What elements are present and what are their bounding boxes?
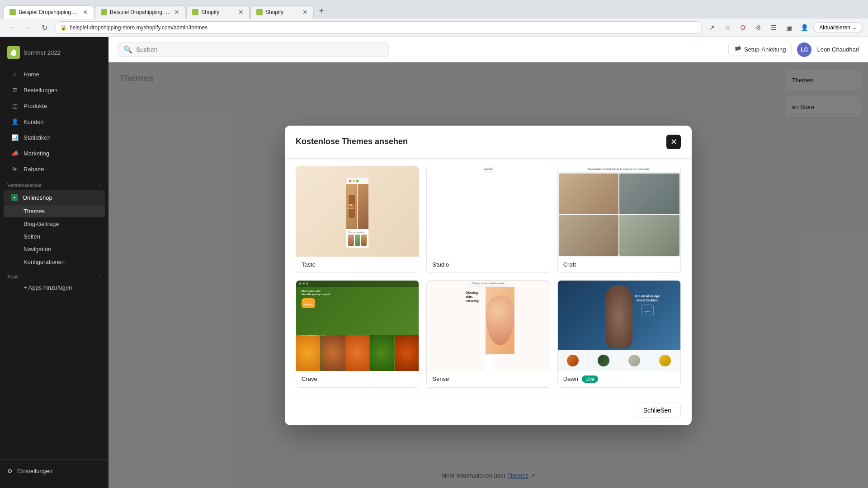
share-icon[interactable]: ↗ xyxy=(706,21,718,34)
studio-preview: goodio Discover our colour selection fro… xyxy=(427,166,549,257)
modal-title: Kostenlose Themes ansehen xyxy=(296,137,408,146)
sidebar-item-marketing[interactable]: 📣 Marketing xyxy=(4,145,105,161)
header-search[interactable]: 🔍 xyxy=(118,42,389,57)
tab-favicon-1 xyxy=(9,9,16,15)
crave-name: Crave xyxy=(302,375,317,382)
modal-body: Take a sip Meet our bestsellers xyxy=(285,159,692,395)
sidebar-settings[interactable]: ⚙ Einstellungen xyxy=(7,465,101,477)
tab-close-4[interactable]: ✕ xyxy=(302,9,308,16)
theme-card-crave[interactable]: Meet your newfavorite pantry staple! DOS… xyxy=(296,280,419,388)
tab-title-3: Shopify xyxy=(201,9,236,15)
sidebar-item-onlineshop[interactable]: ● Onlineshop xyxy=(4,190,105,205)
theme-card-studio[interactable]: goodio Discover our colour selection fro… xyxy=(426,166,550,273)
onlineshop-icon: ● xyxy=(11,194,18,201)
sidebar-toggle-icon[interactable]: ▣ xyxy=(783,21,795,34)
sidebar-footer: ⚙ Einstellungen xyxy=(0,459,108,483)
user-avatar[interactable]: LC xyxy=(797,42,811,57)
store-name: Sommer 2022 xyxy=(24,49,61,56)
sidebar-item-analytics[interactable]: 📊 Statistiken xyxy=(4,130,105,145)
theme-grid: Take a sip Meet our bestsellers xyxy=(296,166,681,388)
sidebar-discounts-label: Rabatte xyxy=(24,166,44,173)
tab-close-3[interactable]: ✕ xyxy=(238,9,244,16)
sidebar-sub-navigation[interactable]: Navigation xyxy=(4,243,105,255)
sidebar-item-orders[interactable]: ☰ Bestellungen xyxy=(4,82,105,98)
sidebar-item-discounts[interactable]: % Rabatte xyxy=(4,161,105,177)
browser-tab-1[interactable]: Beispiel Dropshipping Store · 1 ✕ xyxy=(4,5,94,19)
sales-channels-section: Vertriebskanäle › xyxy=(0,177,108,190)
dawn-preview: Industrial designmeets fashion. Explore xyxy=(558,281,680,371)
sidebar-item-customers[interactable]: 👤 Kunden xyxy=(4,114,105,129)
reload-button[interactable]: ↻ xyxy=(38,21,51,34)
settings-gear-icon: ⚙ xyxy=(7,468,13,474)
page-content: Themes Themes en Store K xyxy=(108,62,868,488)
setup-button[interactable]: 🏴 Setup-Anleitung xyxy=(728,43,792,56)
browser-tab-4[interactable]: Shopify ✕ xyxy=(250,5,314,19)
theme-card-dawn[interactable]: Industrial designmeets fashion. Explore xyxy=(557,280,681,388)
navigation-label: Navigation xyxy=(24,246,51,253)
sidebar-products-label: Produkte xyxy=(24,103,47,109)
browser-tab-3[interactable]: Shopify ✕ xyxy=(186,5,250,19)
modal-backdrop: Kostenlose Themes ansehen ✕ xyxy=(108,62,868,488)
config-label: Konfigurationen xyxy=(24,258,65,265)
sidebar-item-home[interactable]: ⌂ Home xyxy=(4,66,105,82)
sidebar-item-products[interactable]: ◫ Produkte xyxy=(4,98,105,113)
update-button[interactable]: Aktualisieren ⌄ xyxy=(813,22,863,33)
sidebar-home-label: Home xyxy=(24,71,39,78)
themes-label: Themes xyxy=(24,208,45,215)
app-header: 🔍 🏴 Setup-Anleitung LC Leon Chaudhari xyxy=(108,37,868,62)
profile-icon[interactable]: 👤 xyxy=(798,21,811,34)
address-text: beispiel-dropshipping-store.myshopify.co… xyxy=(70,24,208,31)
analytics-icon: 📊 xyxy=(11,133,19,141)
dawn-name: Dawn xyxy=(563,375,578,382)
sidebar-sub-themes[interactable]: Themes xyxy=(4,205,105,217)
tab-favicon-3 xyxy=(192,9,198,15)
opera-icon[interactable]: O xyxy=(736,21,749,34)
theme-card-craft[interactable]: Sustainably crafted goods to elevate you… xyxy=(557,166,681,273)
crave-info: Crave xyxy=(296,371,419,387)
modal-close-button[interactable]: ✕ xyxy=(666,135,681,149)
tab-close-2[interactable]: ✕ xyxy=(174,9,179,16)
modal-header: Kostenlose Themes ansehen ✕ xyxy=(285,126,692,159)
apps-label: Apps xyxy=(7,274,19,279)
back-button[interactable]: ← xyxy=(5,21,18,34)
sidebar: Sommer 2022 ⌂ Home ☰ Bestellungen ◫ Prod… xyxy=(0,37,108,488)
discounts-icon: % xyxy=(11,165,19,173)
sidebar-sub-blog[interactable]: Blog-Beiträge xyxy=(4,218,105,230)
forward-button[interactable]: → xyxy=(22,21,34,34)
home-icon: ⌂ xyxy=(11,70,19,78)
main-content: 🔍 🏴 Setup-Anleitung LC Leon Chaudhari xyxy=(108,37,868,488)
bookmark-icon[interactable]: ☆ xyxy=(721,21,734,34)
browser-toolbar-right: ↗ ☆ O ⚙ ☰ ▣ 👤 Aktualisieren ⌄ xyxy=(706,21,863,34)
search-input[interactable] xyxy=(136,46,383,53)
pages-label: Seiten xyxy=(24,233,40,240)
taste-preview: Take a sip Meet our bestsellers xyxy=(296,166,419,257)
sense-info: Sense xyxy=(427,371,549,387)
tab-close-1[interactable]: ✕ xyxy=(83,9,88,16)
new-tab-button[interactable]: + xyxy=(315,4,328,19)
close-modal-button[interactable]: Schließen xyxy=(634,403,681,418)
sidebar-sub-config[interactable]: Konfigurationen xyxy=(4,256,105,268)
blog-label: Blog-Beiträge xyxy=(24,221,59,227)
list-icon[interactable]: ☰ xyxy=(767,21,780,34)
theme-card-taste[interactable]: Take a sip Meet our bestsellers xyxy=(296,166,419,273)
browser-tab-2[interactable]: Beispiel Dropshipping Store ✕ xyxy=(95,5,185,19)
avatar-initials: LC xyxy=(801,47,808,53)
sidebar-add-apps[interactable]: + Apps hinzufügen xyxy=(4,282,105,294)
lock-icon: 🔒 xyxy=(60,24,67,31)
tab-title-4: Shopify xyxy=(265,9,300,15)
sidebar-orders-label: Bestellungen xyxy=(24,87,57,94)
flag-icon: 🏴 xyxy=(734,46,741,53)
tab-favicon-4 xyxy=(256,9,263,15)
crave-preview: Meet your newfavorite pantry staple! DOS… xyxy=(296,281,419,371)
user-name: Leon Chaudhari xyxy=(817,46,859,53)
tab-title-1: Beispiel Dropshipping Store · 1 xyxy=(19,9,80,15)
theme-modal: Kostenlose Themes ansehen ✕ xyxy=(285,126,692,425)
close-x-icon: ✕ xyxy=(670,137,677,147)
update-chevron: ⌄ xyxy=(852,24,857,31)
extensions-icon[interactable]: ⚙ xyxy=(752,21,764,34)
address-bar[interactable]: 🔒 beispiel-dropshipping-store.myshopify.… xyxy=(54,21,702,34)
taste-name: Taste xyxy=(302,261,316,268)
sidebar-sub-pages[interactable]: Seiten xyxy=(4,230,105,243)
theme-card-sense[interactable]: Shop our most trusted formulas Glowingsk… xyxy=(426,280,550,388)
studio-info: Studio xyxy=(427,257,549,272)
